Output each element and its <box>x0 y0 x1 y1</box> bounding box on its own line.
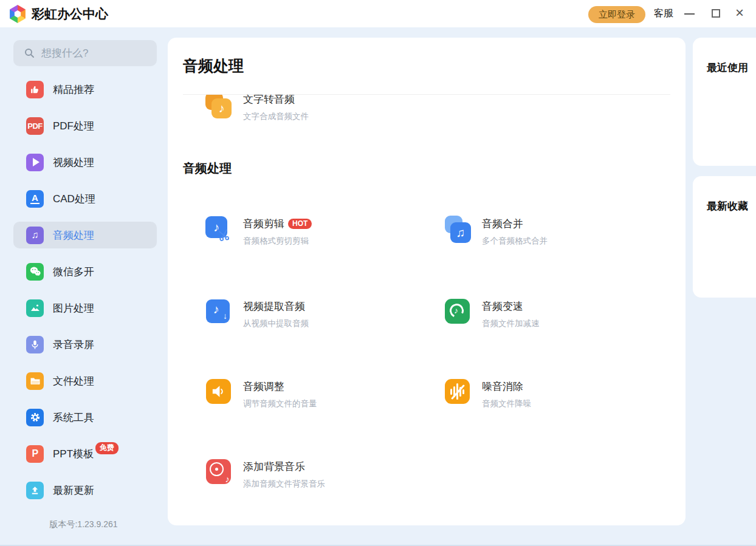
tool-subtitle: 从视频中提取音频 <box>243 318 309 329</box>
tool-subtitle: 音频文件降噪 <box>482 398 531 409</box>
scroll-area[interactable]: ♪ 文字转音频 文字合成音频文件 音频处理 ♪ 音频剪辑HOT 音频格式剪切剪辑 <box>168 95 686 525</box>
sidebar-item-ppt-templates[interactable]: P PPT模板 免费 <box>13 440 157 467</box>
speaker-icon <box>205 378 233 406</box>
sidebar-item-label: 最新更新 <box>53 483 94 497</box>
down-arrow-icon: ↓ <box>223 311 227 321</box>
sidebar-item-label: PDF处理 <box>53 119 94 133</box>
version-text: 版本号:1.23.9.261 <box>0 519 167 530</box>
sidebar-item-pdf[interactable]: PDF PDF处理 <box>13 112 157 139</box>
app-title: 彩虹办公中心 <box>32 5 108 22</box>
upload-arrow-icon <box>26 482 44 499</box>
tool-title: 文字转音频 <box>243 95 309 106</box>
sidebar-item-wechat[interactable]: 微信多开 <box>13 258 157 285</box>
tool-title: 音频合并 <box>482 217 548 231</box>
sidebar-item-label: CAD处理 <box>53 192 95 206</box>
sidebar-item-record[interactable]: 录音录屏 <box>13 331 157 358</box>
titlebar: 彩虹办公中心 立即登录 客服 × <box>0 0 756 27</box>
search-icon <box>24 48 35 58</box>
login-button[interactable]: 立即登录 <box>588 6 645 23</box>
sidebar-item-label: 视频处理 <box>53 155 94 169</box>
tool-subtitle: 音频格式剪切剪辑 <box>243 236 312 247</box>
sidebar-item-image[interactable]: 图片处理 <box>13 295 157 321</box>
tool-tile-background-music[interactable]: ♪ 添加背景音乐 添加音频文件背景音乐 <box>205 459 436 490</box>
scissors-icon <box>216 227 232 243</box>
pdf-icon: PDF <box>26 117 44 135</box>
audio-merge-icon: ♫ <box>444 216 472 244</box>
sidebar-item-system-tools[interactable]: 系统工具 <box>13 404 157 431</box>
audio-speed-icon: ♪ <box>444 298 472 326</box>
minimize-icon[interactable] <box>684 13 695 15</box>
ppt-icon: P <box>26 445 44 463</box>
support-link[interactable]: 客服 <box>654 7 673 20</box>
tool-tile-audio-cut[interactable]: ♪ 音频剪辑HOT 音频格式剪切剪辑 <box>205 216 436 247</box>
favorites-title: 最新收藏 <box>707 199 748 213</box>
folder-icon <box>26 372 44 390</box>
close-icon[interactable]: × <box>735 4 744 22</box>
tool-title: 视频提取音频 <box>243 299 309 313</box>
sidebar-item-label: 图片处理 <box>53 301 94 315</box>
recent-used-panel: 最近使用 <box>693 38 756 166</box>
search-input[interactable]: 想搜什么? <box>13 40 157 66</box>
free-badge: 免费 <box>95 442 119 454</box>
wechat-icon <box>26 263 44 281</box>
image-icon <box>26 299 44 317</box>
sidebar-item-label: 系统工具 <box>53 411 94 425</box>
sidebar-item-label: 音频处理 <box>53 228 94 242</box>
play-icon <box>26 154 44 171</box>
recent-used-title: 最近使用 <box>707 61 748 75</box>
favorites-panel: 最新收藏 <box>693 176 756 298</box>
hot-badge: HOT <box>288 219 312 229</box>
sidebar-item-label: 精品推荐 <box>53 83 94 97</box>
gear-icon <box>26 409 44 426</box>
tool-tile-text-to-audio[interactable]: ♪ 文字转音频 文字合成音频文件 <box>205 95 436 122</box>
noise-removal-icon <box>444 378 472 406</box>
audio-cut-icon: ♪ <box>205 216 233 244</box>
tool-title: 音频调整 <box>243 380 317 394</box>
tool-title: 添加背景音乐 <box>243 460 325 474</box>
sidebar-item-updates[interactable]: 最新更新 <box>13 477 157 503</box>
tool-tile-audio-merge[interactable]: ♫ 音频合并 多个音频格式合并 <box>444 216 675 247</box>
video-extract-audio-icon: ♪ ↓ <box>205 298 233 326</box>
page-title: 音频处理 <box>183 56 244 76</box>
sidebar-item-label: 录音录屏 <box>53 338 94 352</box>
tool-title: 噪音消除 <box>482 380 531 394</box>
thumbs-up-icon <box>26 81 44 98</box>
text-to-audio-icon: ♪ <box>205 95 233 119</box>
section-title: 音频处理 <box>183 160 232 177</box>
tool-tile-video-extract-audio[interactable]: ♪ ↓ 视频提取音频 从视频中提取音频 <box>205 298 436 329</box>
tool-tile-audio-adjust[interactable]: 音频调整 调节音频文件的音量 <box>205 378 436 409</box>
tool-subtitle: 多个音频格式合并 <box>482 236 548 247</box>
tool-subtitle: 添加音频文件背景音乐 <box>243 479 325 490</box>
music-note-icon: ♫ <box>26 227 44 244</box>
sidebar: 想搜什么? 精品推荐 PDF PDF处理 视频处理 A CAD处理 ♫ 音频处理… <box>0 27 167 546</box>
app-logo-icon <box>9 5 27 23</box>
sidebar-item-featured[interactable]: 精品推荐 <box>13 76 157 103</box>
main-panel: 音频处理 ♪ 文字转音频 文字合成音频文件 音频处理 ♪ <box>168 38 686 525</box>
search-placeholder: 想搜什么? <box>41 46 88 60</box>
sidebar-item-label: 微信多开 <box>53 265 94 279</box>
maximize-icon[interactable] <box>712 9 720 18</box>
tool-title: 音频剪辑 <box>243 217 284 231</box>
tool-title: 音频变速 <box>482 299 540 313</box>
sidebar-item-cad[interactable]: A CAD处理 <box>13 185 157 212</box>
cad-icon: A <box>26 190 44 208</box>
sidebar-item-audio[interactable]: ♫ 音频处理 <box>13 222 157 248</box>
tool-subtitle: 文字合成音频文件 <box>243 111 309 122</box>
sidebar-item-label: PPT模板 <box>53 447 94 461</box>
sidebar-item-video[interactable]: 视频处理 <box>13 149 157 176</box>
tool-tile-noise-removal[interactable]: 噪音消除 音频文件降噪 <box>444 378 675 409</box>
background-music-icon: ♪ <box>205 459 233 486</box>
sidebar-item-files[interactable]: 文件处理 <box>13 367 157 394</box>
tool-tile-audio-speed[interactable]: ♪ 音频变速 音频文件加减速 <box>444 298 675 329</box>
tool-subtitle: 调节音频文件的音量 <box>243 398 317 409</box>
microphone-icon <box>26 336 44 353</box>
tool-subtitle: 音频文件加减速 <box>482 318 540 329</box>
sidebar-item-label: 文件处理 <box>53 374 94 388</box>
